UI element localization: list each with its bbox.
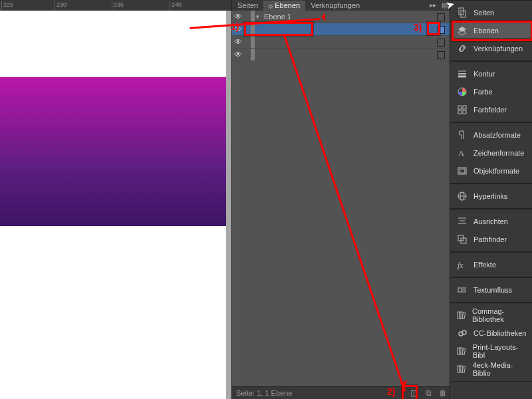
- dock-item-label: Hyperlinks: [473, 192, 507, 200]
- pathf-icon: [456, 234, 468, 245]
- dock-panel-group: Commag-BibliothekCC-BibliothekenPrint-La…: [450, 303, 532, 382]
- dock-item-label: Ausrichten: [473, 217, 508, 225]
- svg-rect-11: [463, 110, 466, 114]
- dock-item-zeichen[interactable]: AZeichenformate: [452, 144, 531, 162]
- panel-collapse-button[interactable]: ▸▸: [427, 0, 439, 11]
- ruler-tick: 225: [1, 1, 13, 10]
- document-viewport: 225 230 235 240: [0, 0, 231, 399]
- dock-item-ebenen[interactable]: Ebenen: [452, 22, 531, 39]
- dock-item-absatz[interactable]: Absatzformate: [452, 126, 531, 144]
- dock-item-seiten[interactable]: Seiten: [452, 4, 531, 21]
- dock-panel-group: fxEffekte: [450, 252, 532, 277]
- dock-item-pathf[interactable]: Pathfinder: [452, 231, 531, 248]
- dock-item-label: Commag-Bibliothek: [472, 307, 527, 323]
- pasteboard[interactable]: [0, 11, 231, 399]
- svg-rect-10: [458, 110, 462, 114]
- dock-item-hyper[interactable]: Hyperlinks: [452, 188, 531, 205]
- layers-panel-tabbar: Seiten ◇ Ebenen Verknüpfungen ▸▸ ▤: [232, 0, 450, 11]
- fx-icon: fx: [456, 259, 468, 270]
- ruler-tick: 240: [170, 1, 182, 10]
- selection-proxy-chip[interactable]: [437, 13, 445, 21]
- dock-item-ccbib[interactable]: CC-Bibliotheken: [452, 325, 531, 342]
- lib-icon: [456, 364, 467, 374]
- svg-rect-24: [458, 288, 462, 292]
- dock-item-farbe[interactable]: Farbe: [452, 83, 531, 100]
- dock-item-label: Objektformate: [473, 167, 519, 175]
- new-sublayer-button[interactable]: ◫: [406, 388, 421, 398]
- page-object-rectangle[interactable]: [0, 77, 226, 226]
- new-layer-button[interactable]: ⧉: [421, 388, 436, 398]
- dock-item-label: Pathfinder: [473, 235, 507, 243]
- visibility-toggle-icon[interactable]: 👁: [232, 12, 244, 21]
- dock-panel-group: AbsatzformateAZeichenformateObjektformat…: [450, 122, 532, 184]
- ruler-tick: 235: [112, 1, 124, 10]
- dock-item-farbfelder[interactable]: Farbfelder: [452, 101, 531, 118]
- visibility-toggle-icon[interactable]: 👁: [232, 25, 244, 34]
- svg-rect-36: [458, 366, 460, 372]
- visibility-toggle-icon[interactable]: 👁: [232, 50, 244, 59]
- svg-rect-29: [460, 312, 462, 319]
- svg-rect-28: [458, 312, 460, 319]
- dock-item-label: CC-Bibliotheken: [473, 329, 526, 337]
- delete-layer-button[interactable]: 🗑: [436, 388, 450, 398]
- dock-panel-group: SeitenEbenenVerknüpfungen: [450, 0, 532, 61]
- svg-rect-37: [460, 366, 462, 372]
- dock-item-txtfl[interactable]: Textumfluss: [452, 281, 531, 299]
- dock-item-ausr[interactable]: Ausrichten: [452, 213, 531, 230]
- dock-item-label: Absatzformate: [473, 131, 521, 139]
- layer-color-gutter: [251, 23, 255, 35]
- color-icon: [456, 86, 468, 97]
- selection-proxy-chip[interactable]: [437, 26, 445, 34]
- dock-item-commag[interactable]: Commag-Bibliothek: [452, 307, 531, 324]
- panel-menu-button[interactable]: ▤: [439, 0, 450, 11]
- selection-proxy-chip[interactable]: [437, 51, 445, 59]
- dock-item-label: Print-Layouts-Bibl: [473, 343, 527, 359]
- dock-item-label: Verknüpfungen: [473, 45, 523, 53]
- dock-item-label: Zeichenformate: [473, 149, 524, 157]
- svg-rect-8: [458, 106, 462, 109]
- dock-item-verkn[interactable]: Verknüpfungen: [452, 40, 531, 57]
- dock-item-label: Textumfluss: [473, 286, 512, 294]
- char-icon: A: [456, 148, 468, 158]
- layers-icon: [456, 25, 468, 36]
- obj-icon: [456, 166, 468, 176]
- svg-text:A: A: [458, 148, 465, 158]
- globe-icon: [456, 191, 468, 201]
- layer-color-gutter: [251, 49, 255, 61]
- dock-panel-group: Hyperlinks: [450, 184, 532, 209]
- horizontal-ruler: 225 230 235 240: [0, 0, 231, 11]
- layer-name[interactable]: Ebene 1: [263, 13, 450, 21]
- dock-item-4eck[interactable]: 4eck-Media-Biblio: [452, 360, 531, 378]
- svg-rect-33: [458, 348, 460, 354]
- layer-row[interactable]: 👁▾Ebene 1: [232, 11, 450, 23]
- dock-item-print[interactable]: Print-Layouts-Bibl: [452, 342, 531, 360]
- links-icon: [456, 43, 468, 54]
- layer-row[interactable]: 👁: [232, 36, 450, 49]
- tab-seiten[interactable]: Seiten: [232, 1, 263, 11]
- layers-list: 👁▾Ebene 1👁👁👁: [232, 11, 450, 61]
- dock-item-objekt[interactable]: Objektformate: [452, 162, 531, 180]
- layer-color-gutter: [251, 11, 255, 23]
- layer-row[interactable]: 👁: [232, 23, 450, 36]
- dock-item-label: Effekte: [473, 261, 496, 269]
- ruler-tick: 230: [55, 1, 66, 10]
- para-icon: [456, 130, 468, 140]
- panel-dock: SeitenEbenenVerknüpfungenKonturFarbeFarb…: [450, 0, 532, 399]
- dock-panel-group: KonturFarbeFarbfelder: [450, 61, 532, 122]
- svg-text:fx: fx: [458, 261, 464, 270]
- disclosure-triangle-icon[interactable]: ▾: [256, 13, 263, 20]
- layer-row[interactable]: 👁: [232, 49, 450, 61]
- dock-item-label: Kontur: [473, 70, 495, 78]
- dock-panel-group: Textumfluss: [450, 277, 532, 303]
- page[interactable]: [0, 11, 226, 399]
- selection-proxy-chip[interactable]: [437, 39, 445, 47]
- tab-ebenen[interactable]: ◇ Ebenen: [263, 1, 305, 11]
- align-icon: [456, 216, 468, 227]
- svg-rect-38: [463, 366, 466, 372]
- cc-icon: [456, 328, 468, 338]
- dock-item-fx[interactable]: fxEffekte: [452, 256, 531, 273]
- dock-item-kontur[interactable]: Kontur: [452, 65, 531, 82]
- tab-verknuepfungen[interactable]: Verknüpfungen: [305, 1, 365, 11]
- dock-panel-group: AusrichtenPathfinder: [450, 209, 532, 252]
- visibility-toggle-icon[interactable]: 👁: [232, 37, 244, 47]
